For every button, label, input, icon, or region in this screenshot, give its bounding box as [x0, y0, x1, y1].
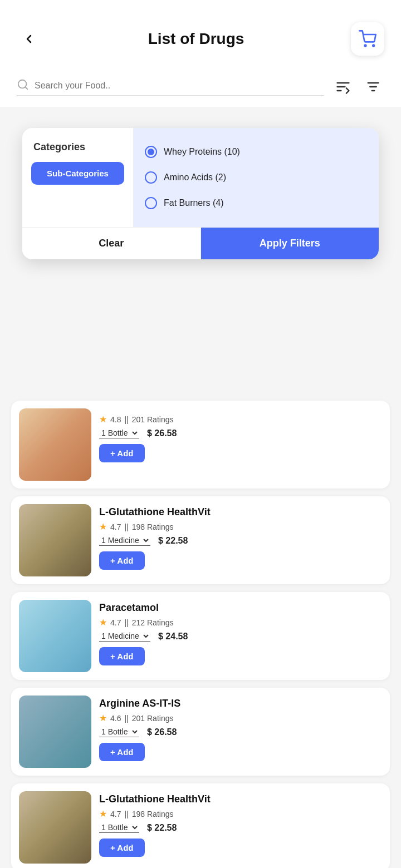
star-icon: ★: [99, 521, 107, 532]
clear-button[interactable]: Clear: [22, 228, 201, 259]
product-price: $ 22.58: [158, 536, 188, 546]
rating-separator: ||: [124, 415, 128, 424]
star-icon: ★: [99, 617, 107, 628]
add-button[interactable]: + Add: [99, 647, 145, 665]
rating-separator: ||: [124, 522, 128, 531]
unit-select[interactable]: 1 Medicine 2 Medicine: [99, 631, 150, 642]
product-meta: 1 Medicine 2 Medicine $ 22.58: [99, 535, 382, 546]
ratings-count: 212 Ratings: [132, 618, 174, 627]
radio-amino[interactable]: [145, 171, 157, 184]
product-meta: 1 Bottle 2 Bottle $ 22.58: [99, 822, 382, 833]
product-meta: 1 Medicine 2 Medicine $ 24.58: [99, 631, 382, 642]
product-rating: ★ 4.8 || 201 Ratings: [99, 414, 382, 425]
star-icon: ★: [99, 414, 107, 425]
product-name: L-Glutathione HealthVit: [99, 506, 382, 518]
search-input[interactable]: [35, 81, 324, 91]
product-info: L-Glutathione HealthVit ★ 4.7 || 198 Rat…: [99, 791, 382, 864]
unit-select[interactable]: 1 Bottle 2 Bottle: [99, 822, 139, 833]
table-row: Paracetamol ★ 4.7 || 212 Ratings 1 Medic…: [11, 592, 390, 680]
filter-left-panel: Categories Sub-Categories: [22, 128, 134, 227]
unit-select[interactable]: 1 Bottle 2 Bottle: [99, 428, 139, 438]
product-image: [19, 408, 91, 481]
rating-value: 4.7: [110, 618, 121, 627]
product-info: ★ 4.8 || 201 Ratings 1 Bottle 2 Bottle $…: [99, 408, 382, 481]
categories-label: Categories: [22, 141, 133, 162]
filter-button[interactable]: [362, 76, 384, 98]
rating-value: 4.8: [110, 415, 121, 424]
product-rating: ★ 4.7 || 212 Ratings: [99, 617, 382, 628]
product-price: $ 22.58: [147, 823, 177, 833]
product-image: [19, 600, 91, 672]
svg-line-3: [25, 87, 27, 89]
search-section: [0, 67, 401, 107]
ratings-count: 198 Ratings: [132, 522, 174, 531]
product-price: $ 26.58: [147, 428, 177, 438]
ratings-count: 201 Ratings: [132, 714, 174, 723]
add-button[interactable]: + Add: [99, 551, 145, 570]
rating-value: 4.7: [110, 522, 121, 531]
filter-option-fat[interactable]: Fat Burners (4): [145, 190, 368, 216]
radio-whey[interactable]: [145, 146, 157, 158]
filter-option-amino[interactable]: Amino Acids (2): [145, 165, 368, 190]
table-row: ★ 4.8 || 201 Ratings 1 Bottle 2 Bottle $…: [11, 401, 390, 489]
apply-filters-button[interactable]: Apply Filters: [201, 228, 379, 259]
table-row: L-Glutathione HealthVit ★ 4.7 || 198 Rat…: [11, 496, 390, 584]
svg-point-0: [365, 45, 366, 47]
add-button[interactable]: + Add: [99, 743, 145, 761]
cart-button[interactable]: [351, 22, 384, 56]
subcategories-button[interactable]: Sub-Categories: [31, 162, 124, 185]
add-button[interactable]: + Add: [99, 444, 145, 462]
filter-option-label-whey: Whey Proteins (10): [164, 147, 240, 157]
rating-separator: ||: [124, 618, 128, 627]
star-icon: ★: [99, 713, 107, 723]
rating-value: 4.7: [110, 810, 121, 818]
product-image: [19, 696, 91, 768]
svg-point-1: [373, 45, 374, 47]
rating-separator: ||: [124, 810, 128, 818]
header: List of Drugs: [0, 0, 401, 67]
back-button[interactable]: [17, 27, 41, 51]
product-meta: 1 Bottle 2 Bottle $ 26.58: [99, 428, 382, 438]
search-bar: [17, 78, 324, 96]
unit-select[interactable]: 1 Bottle 2 Bottle: [99, 727, 139, 737]
table-row: L-Glutathione HealthVit ★ 4.7 || 198 Rat…: [11, 783, 390, 868]
product-info: Paracetamol ★ 4.7 || 212 Ratings 1 Medic…: [99, 600, 382, 672]
product-info: L-Glutathione HealthVit ★ 4.7 || 198 Rat…: [99, 504, 382, 576]
ratings-count: 198 Ratings: [132, 810, 174, 818]
product-price: $ 26.58: [147, 727, 177, 737]
table-row: Arginine AS-IT-IS ★ 4.6 || 201 Ratings 1…: [11, 688, 390, 776]
radio-fat[interactable]: [145, 197, 157, 209]
product-rating: ★ 4.7 || 198 Ratings: [99, 808, 382, 819]
product-name: Arginine AS-IT-IS: [99, 698, 382, 709]
filter-actions: Clear Apply Filters: [22, 227, 379, 259]
product-info: Arginine AS-IT-IS ★ 4.6 || 201 Ratings 1…: [99, 696, 382, 768]
search-icon: [17, 78, 29, 93]
rating-value: 4.6: [110, 714, 121, 723]
sort-button[interactable]: [332, 76, 354, 98]
product-name: Paracetamol: [99, 602, 382, 614]
product-name: L-Glutathione HealthVit: [99, 793, 382, 805]
filter-option-label-fat: Fat Burners (4): [164, 198, 224, 208]
product-rating: ★ 4.7 || 198 Ratings: [99, 521, 382, 532]
star-icon: ★: [99, 808, 107, 819]
filter-option-label-amino: Amino Acids (2): [164, 172, 226, 183]
filter-options-panel: Whey Proteins (10) Amino Acids (2) Fat B…: [134, 128, 379, 227]
product-price: $ 24.58: [158, 632, 188, 642]
filter-option-whey[interactable]: Whey Proteins (10): [145, 139, 368, 165]
ratings-count: 201 Ratings: [132, 415, 174, 424]
page-title: List of Drugs: [148, 30, 244, 48]
rating-separator: ||: [124, 714, 128, 723]
product-meta: 1 Bottle 2 Bottle $ 26.58: [99, 727, 382, 737]
product-image: [19, 504, 91, 576]
product-image: [19, 791, 91, 864]
add-button[interactable]: + Add: [99, 839, 145, 857]
product-list: ★ 4.8 || 201 Ratings 1 Bottle 2 Bottle $…: [0, 396, 401, 868]
unit-select[interactable]: 1 Medicine 2 Medicine: [99, 535, 150, 546]
product-rating: ★ 4.6 || 201 Ratings: [99, 713, 382, 723]
filter-dropdown: Categories Sub-Categories Whey Proteins …: [22, 128, 379, 259]
